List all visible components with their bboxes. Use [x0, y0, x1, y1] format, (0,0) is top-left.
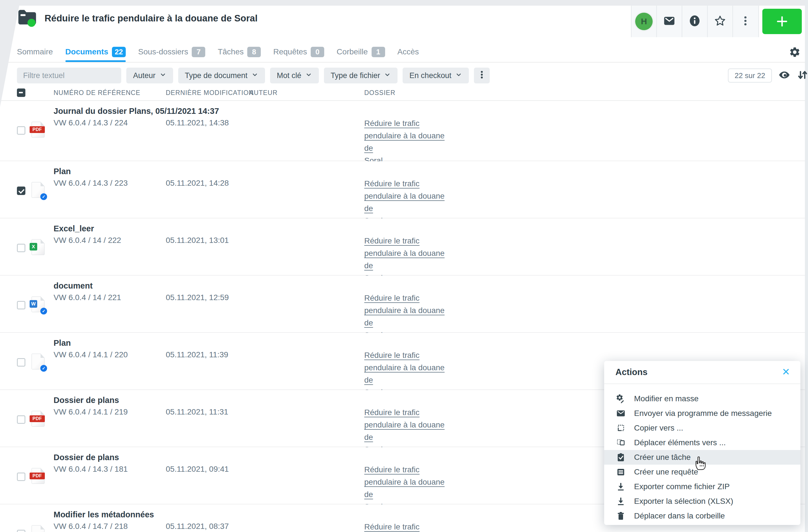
kebab-icon: [477, 70, 486, 81]
row-checkbox[interactable]: [17, 126, 25, 135]
tab-settings-button[interactable]: [789, 46, 801, 58]
filter-dropdown-label: En checkout: [409, 71, 452, 80]
tab-corbeille[interactable]: Corbeille1: [337, 42, 385, 62]
page-background-strip: [0, 0, 808, 6]
tab-t-ches[interactable]: Tâches8: [218, 42, 261, 62]
tab-acc-s[interactable]: Accès: [398, 42, 419, 62]
action-item-modifier-en-masse[interactable]: Modifier en masse: [604, 392, 801, 406]
tab-sommaire[interactable]: Sommaire: [17, 42, 53, 62]
action-item-créer-une-tâche[interactable]: Créer une tâche: [604, 450, 801, 465]
chevron-down-icon: [160, 71, 166, 80]
last-modified: 05.11.2021, 11:39: [166, 350, 228, 359]
file-type-icon-pdf: PDF: [32, 468, 44, 484]
filter-dropdown-auteur[interactable]: Auteur: [126, 68, 173, 83]
row-checkbox[interactable]: [17, 473, 25, 481]
tab-sous-dossiers[interactable]: Sous-dossiers7: [138, 42, 205, 62]
row-checkbox[interactable]: [17, 358, 25, 366]
last-modified: 05.11.2021, 14:28: [166, 179, 229, 188]
tab-requ-tes[interactable]: Requêtes0: [273, 42, 324, 62]
action-item-label: Exporter la sélection (XLSX): [634, 497, 733, 506]
app-window: Réduire le trafic pendulaire à la douane…: [0, 0, 808, 532]
action-item-copier-vers[interactable]: Copier vers ...: [604, 421, 801, 435]
document-title: Journal du dossier Plans, 05/11/2021 14:…: [54, 107, 219, 116]
filter-dropdown-label: Type de fichier: [331, 71, 380, 80]
move-icon: [616, 437, 626, 448]
action-item-déplacer-éléments-vers[interactable]: Déplacer éléments vers ...: [604, 435, 801, 450]
folder-link[interactable]: Réduire le trafic pendulaire à la douane…: [364, 521, 455, 532]
document-title: Dossier de plans: [54, 453, 119, 462]
user-avatar-button[interactable]: H: [631, 6, 656, 37]
file-type-icon-pdf: PDF: [32, 411, 44, 426]
close-button[interactable]: [781, 367, 791, 377]
action-item-label: Créer une requête: [634, 468, 698, 476]
text-filter-input[interactable]: [17, 68, 121, 83]
document-reference: VW 6.0.4 / 14.3 / 181: [54, 465, 128, 474]
tab-count-badge: 7: [192, 47, 205, 57]
sort-button[interactable]: [797, 70, 808, 81]
task-check-icon: [616, 452, 626, 463]
action-item-label: Déplacer dans la corbeille: [634, 511, 725, 520]
filter-dropdown-label: Type de document: [185, 71, 247, 80]
column-header: DERNIÈRE MODIFICATION: [166, 89, 254, 97]
file-type-icon-doc-approved: ✓: [32, 182, 44, 198]
chevron-down-icon: [384, 71, 391, 80]
action-item-label: Copier vers ...: [634, 423, 683, 433]
info-icon: [688, 14, 701, 28]
row-checkbox[interactable]: [17, 301, 25, 309]
action-item-label: Créer une tâche: [634, 453, 691, 462]
tab-documents[interactable]: Documents22: [66, 42, 126, 62]
filter-dropdown-type-de-fichier[interactable]: Type de fichier: [324, 68, 398, 83]
download-icon: [616, 481, 626, 492]
header-icon-strip: H: [631, 6, 758, 37]
action-item-créer-une-requête[interactable]: Créer une requête: [604, 465, 801, 479]
header-bar: Réduire le trafic pendulaire à la douane…: [0, 6, 805, 37]
tab-label: Accès: [398, 48, 419, 56]
action-item-exporter-comme-fichier-zip[interactable]: Exporter comme fichier ZIP: [604, 479, 801, 494]
column-header: DOSSIER: [364, 89, 396, 97]
filter-dropdown-mot-cl-[interactable]: Mot clé: [270, 68, 319, 83]
document-reference: VW 6.0.4 / 14.1 / 220: [54, 350, 128, 359]
info-button[interactable]: [682, 6, 707, 37]
filter-dropdown-en-checkout[interactable]: En checkout: [403, 68, 469, 83]
tab-count-badge: 1: [372, 47, 385, 57]
actions-menu: Actions Modifier en masseEnvoyer via pro…: [604, 361, 801, 525]
column-header: NUMÉRO DE RÉFÉRENCE: [54, 89, 141, 97]
add-button[interactable]: [762, 9, 802, 34]
document-title: Modifier les métadonnées: [54, 510, 154, 519]
visibility-button[interactable]: [779, 70, 790, 81]
filter-more-button[interactable]: [474, 68, 490, 83]
sort-icon: [797, 69, 808, 82]
tab-count-badge: 0: [311, 47, 324, 57]
row-checkbox[interactable]: [17, 530, 25, 532]
table-header: NUMÉRO DE RÉFÉRENCEDERNIÈRE MODIFICATION…: [0, 84, 805, 101]
document-reference: VW 6.0.4 / 14.1 / 219: [54, 407, 128, 416]
filter-dropdown-type-de-document[interactable]: Type de document: [178, 68, 265, 83]
action-item-exporter-la-sélection-xlsx[interactable]: Exporter la sélection (XLSX): [604, 494, 801, 509]
row-checkbox[interactable]: [17, 244, 25, 252]
row-checkbox[interactable]: [17, 415, 25, 424]
folder-link[interactable]: Réduire le trafic pendulaire à la douane…: [364, 117, 455, 167]
copy-icon: [616, 423, 626, 433]
select-all-checkbox[interactable]: [17, 89, 25, 97]
actions-menu-header: Actions: [604, 361, 801, 384]
document-reference: VW 6.0.4 / 14 / 221: [54, 293, 121, 302]
table-row: PDFJournal du dossier Plans, 05/11/2021 …: [0, 101, 805, 161]
table-row: ✓PlanVW 6.0.4 / 14.3 / 22305.11.2021, 14…: [0, 161, 805, 218]
favorite-button[interactable]: [707, 6, 732, 37]
row-checkbox[interactable]: [17, 187, 25, 195]
header-more-button[interactable]: [732, 6, 758, 37]
document-title: Plan: [54, 338, 71, 348]
tab-count-badge: 22: [112, 47, 126, 57]
document-reference: VW 6.0.4 / 14.7 / 218: [54, 522, 128, 531]
trash-icon: [616, 511, 626, 521]
action-item-déplacer-dans-la-corbeille[interactable]: Déplacer dans la corbeille: [604, 509, 801, 523]
column-header: AUTEUR: [249, 89, 278, 97]
last-modified: 05.11.2021, 12:59: [166, 293, 229, 302]
mail-button[interactable]: [656, 6, 682, 37]
file-type-icon-word-approved: W✓: [32, 297, 44, 312]
gear-icon: [789, 54, 801, 59]
action-item-envoyer-via-programme-de-messagerie[interactable]: Envoyer via programme de messagerie: [604, 406, 801, 421]
avatar: H: [635, 13, 653, 30]
chevron-down-icon: [455, 71, 462, 80]
gear-edit-icon: [616, 393, 626, 404]
